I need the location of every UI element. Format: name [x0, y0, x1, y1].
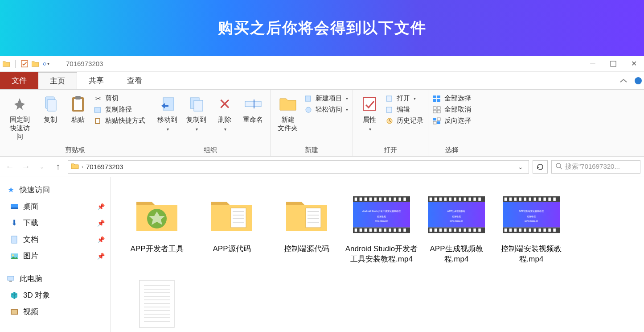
- paste-button[interactable]: 粘贴: [66, 92, 90, 127]
- sidebar-label: 此电脑: [20, 274, 42, 284]
- file-item[interactable]: 使用步骤.txt: [119, 275, 194, 332]
- svg-text:www.yikead.cn: www.yikead.cn: [450, 220, 464, 222]
- new-item-button[interactable]: 新建项目▾: [304, 94, 348, 103]
- file-name: APP开发者工具: [130, 244, 183, 254]
- folder-thumbnail: [128, 186, 185, 243]
- easyaccess-label: 轻松访问: [316, 105, 342, 114]
- open-button[interactable]: 打开▾: [385, 94, 423, 103]
- ribbon-tabs: 文件 主页 共享 查看: [0, 72, 644, 90]
- video-thumbnail: APP控制端安装视频教程拓展教程www.yikead.cn: [503, 186, 560, 243]
- file-item[interactable]: Android Studio开发工具安装视频教程拓展教程www.yikead.c…: [344, 186, 419, 265]
- delete-button[interactable]: ✕删除▾: [213, 92, 237, 134]
- svg-rect-22: [433, 95, 436, 98]
- sidebar-label: 下载: [23, 218, 38, 228]
- edit-button[interactable]: 编辑: [385, 105, 423, 114]
- properties-button[interactable]: 属性▾: [357, 92, 381, 134]
- copy-to-button[interactable]: 复制到▾: [184, 92, 209, 134]
- promo-banner: 购买之后你将会得到以下文件: [0, 0, 644, 56]
- svg-text:www.yikead.cn: www.yikead.cn: [375, 220, 389, 222]
- tab-home[interactable]: 主页: [38, 72, 77, 89]
- rename-button[interactable]: 重命名: [240, 92, 266, 127]
- svg-rect-28: [433, 110, 436, 113]
- file-item[interactable]: APP开发者工具: [119, 186, 194, 265]
- copy-path-button[interactable]: 复制路径: [94, 105, 145, 114]
- chevron-right-icon[interactable]: ›: [82, 164, 83, 170]
- newfolder-label: 新建 文件夹: [278, 116, 298, 133]
- sidebar-item-quickaccess[interactable]: ★ 快速访问: [0, 182, 110, 198]
- svg-rect-124: [553, 198, 555, 201]
- nav-back-button[interactable]: ←: [4, 161, 16, 173]
- sidebar-item-downloads[interactable]: ⬇ 下载 📌: [0, 215, 110, 231]
- copy-button[interactable]: 复制: [38, 92, 62, 127]
- easy-access-button[interactable]: 轻松访问▾: [304, 105, 348, 114]
- newitem-icon: [304, 95, 313, 103]
- svg-rect-71: [365, 228, 367, 232]
- pin-icon: 📌: [97, 236, 105, 243]
- history-button[interactable]: 历史记录: [385, 116, 423, 125]
- pin-quickaccess-button[interactable]: 固定到快速访问: [4, 92, 35, 143]
- search-input[interactable]: 搜索"701697320...: [551, 160, 640, 174]
- cut-button[interactable]: ✂剪切: [94, 94, 145, 103]
- pin-icon: [11, 95, 29, 113]
- select-none-button[interactable]: 全部取消: [433, 105, 471, 114]
- svg-rect-33: [437, 121, 440, 124]
- pin-icon: 📌: [97, 220, 105, 227]
- maximize-button[interactable]: [603, 56, 623, 72]
- undo-icon[interactable]: ▾: [42, 60, 49, 67]
- minimize-button[interactable]: ─: [582, 56, 603, 72]
- help-icon[interactable]: [632, 72, 644, 89]
- sidebar-label: 快速访问: [20, 185, 50, 195]
- checkbox-icon[interactable]: [21, 60, 28, 67]
- video-thumbnail: Android Studio开发工具安装视频教程拓展教程www.yikead.c…: [353, 186, 410, 243]
- nav-forward-button[interactable]: →: [20, 161, 32, 173]
- sidebar-item-thispc[interactable]: 此电脑: [0, 270, 110, 287]
- svg-rect-131: [533, 228, 536, 232]
- svg-rect-134: [548, 228, 550, 232]
- svg-rect-23: [437, 95, 440, 98]
- select-all-button[interactable]: 全部选择: [433, 94, 471, 103]
- tab-share[interactable]: 共享: [77, 72, 115, 89]
- sidebar-item-desktop[interactable]: 桌面 📌: [0, 198, 110, 215]
- sidebar-item-3dobjects[interactable]: 3D 对象: [0, 287, 110, 303]
- svg-rect-125: [505, 228, 507, 232]
- cube-icon: [10, 291, 19, 299]
- copy-icon: [41, 95, 59, 113]
- breadcrumb[interactable]: 7016973203: [86, 163, 123, 170]
- sidebar-item-pictures[interactable]: 图片 📌: [0, 248, 110, 264]
- sidebar-item-documents[interactable]: 文档 📌: [0, 231, 110, 248]
- pc-icon: [6, 275, 15, 283]
- svg-rect-24: [433, 99, 436, 102]
- refresh-button[interactable]: [533, 160, 548, 174]
- tab-view[interactable]: 查看: [115, 72, 154, 89]
- svg-rect-99: [439, 228, 442, 232]
- sidebar-item-videos[interactable]: 视频: [0, 303, 110, 320]
- close-button[interactable]: ✕: [623, 56, 644, 72]
- address-field[interactable]: › 7016973203 ⌄: [68, 160, 529, 174]
- new-folder-button[interactable]: 新建 文件夹: [275, 92, 300, 135]
- nav-up-button[interactable]: ↑: [52, 161, 64, 173]
- svg-rect-67: [398, 198, 401, 201]
- window-titlebar: ▾ 7016973203 ─ ✕: [0, 56, 644, 72]
- svg-rect-27: [437, 107, 440, 109]
- file-item[interactable]: APP生成视频教程拓展教程www.yikead.cn APP生成视频教程.mp4: [419, 186, 494, 265]
- invert-selection-button[interactable]: 反向选择: [433, 116, 471, 125]
- svg-rect-105: [468, 228, 471, 232]
- sidebar-label: 图片: [23, 251, 38, 261]
- address-dropdown-button[interactable]: ⌄: [515, 163, 526, 170]
- ribbon-group-organize: 移动到▾ 复制到▾ ✕删除▾ 重命名 组织: [150, 90, 271, 156]
- file-item[interactable]: APP源代码: [194, 186, 269, 265]
- file-item[interactable]: APP控制端安装视频教程拓展教程www.yikead.cn 控制端安装视频教程.…: [494, 186, 569, 265]
- collapse-ribbon-button[interactable]: [615, 72, 632, 89]
- moveto-icon: [159, 95, 176, 113]
- tab-file[interactable]: 文件: [0, 72, 38, 89]
- svg-rect-88: [439, 198, 442, 201]
- svg-rect-44: [12, 310, 17, 314]
- move-to-button[interactable]: 移动到▾: [155, 92, 180, 134]
- svg-text:APP生成视频教程: APP生成视频教程: [447, 210, 466, 212]
- paste-shortcut-button[interactable]: 粘贴快捷方式: [94, 116, 145, 125]
- nav-recent-button[interactable]: ⌄: [36, 161, 48, 173]
- file-item[interactable]: 控制端源代码: [269, 186, 344, 265]
- file-name: 控制端安装视频教程.mp4: [494, 244, 569, 265]
- svg-rect-8: [94, 108, 101, 112]
- folder-small-icon[interactable]: [32, 60, 39, 67]
